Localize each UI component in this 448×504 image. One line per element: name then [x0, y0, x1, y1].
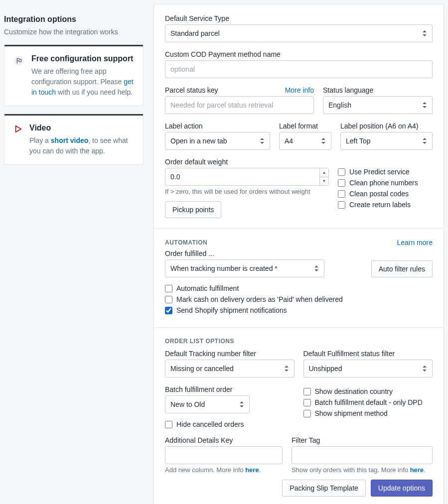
check-batch-dpd[interactable]: Batch fulfillment default - only DPD	[303, 398, 433, 406]
auto-filter-rules-button[interactable]: Auto filter rules	[371, 260, 433, 277]
check-cod-paid[interactable]: Mark cash on delivery orders as 'Paid' w…	[165, 295, 433, 303]
automation-title: Automation	[165, 239, 207, 246]
ftag-label: Filter Tag	[292, 436, 433, 444]
lbl-format-label: Label format	[279, 122, 331, 130]
fulfilled-select[interactable]: When tracking number is created *	[165, 259, 324, 277]
lbl-pos-select[interactable]: Left Top	[340, 132, 433, 150]
lang-select[interactable]: English	[323, 96, 433, 114]
automation-learn-link[interactable]: Learn more	[397, 239, 433, 247]
weight-step-up[interactable]: ▲	[320, 168, 328, 177]
svc-label: Default Service Type	[165, 14, 433, 22]
lang-label: Status language	[323, 86, 433, 94]
weight-label: Order default weight	[165, 158, 329, 166]
lbl-action-label: Label action	[165, 122, 270, 130]
check-phones[interactable]: Clean phone numbers	[338, 179, 433, 187]
update-options-button[interactable]: Update options	[371, 480, 433, 497]
video-title: Video	[29, 124, 134, 132]
batch-label: Batch fulfillment order	[165, 385, 295, 393]
page-subtitle: Customize how the integration works	[4, 28, 144, 36]
ftag-input[interactable]	[292, 446, 433, 464]
check-dest-country[interactable]: Show destination country	[303, 387, 433, 395]
page-title: Integration options	[4, 15, 144, 24]
batch-select[interactable]: New to Old	[165, 395, 250, 413]
pickup-points-button[interactable]: Pickup points	[165, 201, 221, 218]
trk-select[interactable]: Missing or cancelled	[165, 360, 295, 378]
detkey-here-link[interactable]: here	[245, 466, 259, 474]
svc-select[interactable]: Standard parcel	[165, 24, 433, 42]
ful-label: Default Fulfillment status filter	[303, 350, 433, 358]
check-return[interactable]: Create return labels	[338, 201, 433, 209]
support-body: We are offering free app configuration s…	[31, 66, 134, 98]
weight-step-down[interactable]: ▼	[320, 177, 328, 186]
check-hide-cancelled[interactable]: Hide cancelled orders	[165, 420, 295, 428]
ful-select[interactable]: Unshipped	[303, 360, 433, 378]
detkey-input[interactable]	[165, 446, 283, 464]
short-video-link[interactable]: short video	[51, 136, 88, 144]
detkey-label: Additional Details Key	[165, 436, 283, 444]
packing-slip-button[interactable]: Packing Slip Template	[282, 480, 365, 497]
video-card: Video Play a short video, to see what yo…	[4, 114, 144, 165]
flag-icon	[13, 55, 24, 66]
play-icon	[13, 125, 22, 133]
orderlist-title: Order list options	[165, 338, 433, 345]
check-shopify-notify[interactable]: Send Shopify shipment notifications	[165, 306, 433, 314]
check-ship-method[interactable]: Show shipment method	[303, 409, 433, 417]
check-auto-fulfill[interactable]: Automatic fulfillment	[165, 284, 433, 292]
ftag-hint: Show only orders with this tag. More inf…	[292, 466, 433, 474]
cod-input[interactable]	[165, 60, 433, 78]
lbl-format-select[interactable]: A4	[279, 132, 331, 150]
weight-input[interactable]	[165, 168, 329, 186]
check-predict[interactable]: Use Predict service	[338, 168, 433, 176]
pkey-more-link[interactable]: More info	[285, 86, 314, 94]
trk-label: Default Tracking number filter	[165, 350, 295, 358]
check-postal[interactable]: Clean postal codes	[338, 190, 433, 198]
weight-hint: If > zero, this will be used for orders …	[165, 188, 329, 195]
detkey-hint: Add new column. More info here.	[165, 466, 283, 474]
fulfilled-label: Order fulfilled ...	[165, 250, 324, 257]
support-card: Free configuration support We are offeri…	[4, 45, 144, 106]
ftag-here-link[interactable]: here	[410, 466, 424, 474]
video-body: Play a short video, to see what you can …	[29, 135, 134, 156]
pkey-label: Parcel status key	[165, 86, 218, 94]
pkey-input[interactable]	[165, 96, 314, 114]
lbl-action-select[interactable]: Open in a new tab	[165, 132, 270, 150]
support-title: Free configuration support	[31, 54, 134, 63]
lbl-pos-label: Label position (A6 on A4)	[340, 122, 433, 130]
cod-label: Custom COD Payment method name	[165, 50, 433, 58]
